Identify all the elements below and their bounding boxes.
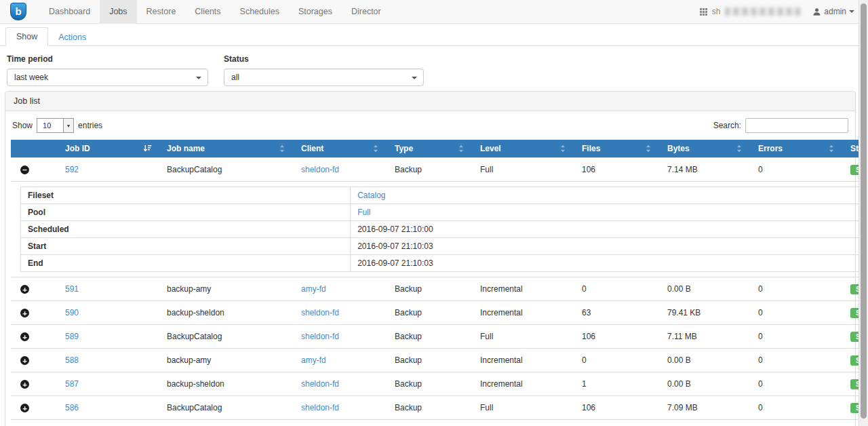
- table-row: +589BackupCatalogsheldon-fdBackupFull106…: [11, 325, 868, 349]
- job-name-cell: BackupCatalog: [157, 158, 292, 182]
- job-detail-table: FilesetCatalogPoolFullScheduled2016-09-0…: [20, 187, 868, 272]
- client-link[interactable]: sheldon-fd: [301, 308, 339, 317]
- detail-value-link[interactable]: Catalog: [357, 191, 385, 200]
- client-link[interactable]: sheldon-fd: [301, 379, 339, 389]
- level-cell: Incremental: [471, 420, 572, 426]
- nav-item-clients[interactable]: Clients: [185, 0, 230, 23]
- detail-value: Full: [351, 204, 868, 221]
- expander-cell: +: [11, 420, 56, 426]
- detail-row-fileset: FilesetCatalog: [21, 187, 868, 204]
- column-header-errors[interactable]: Errors: [749, 140, 841, 158]
- table-row: +586BackupCatalogsheldon-fdBackupFull106…: [11, 396, 868, 420]
- table-row: +585backup-amyamy-fdBackupIncremental00.…: [11, 420, 868, 426]
- main-menu: DashboardJobsRestoreClientsSchedulesStor…: [39, 0, 391, 23]
- client-cell: sheldon-fd: [292, 396, 385, 420]
- expand-row-icon[interactable]: +: [20, 309, 29, 317]
- nav-item-dashboard[interactable]: Dashboard: [39, 0, 100, 23]
- files-cell: 0: [572, 277, 658, 301]
- chevron-down-icon: ▼: [63, 119, 73, 132]
- level-cell: Full: [471, 325, 572, 349]
- search-label: Search:: [713, 121, 741, 130]
- client-cell: amy-fd: [292, 349, 385, 372]
- status-select[interactable]: all: [224, 69, 424, 86]
- job-id-cell: 588: [56, 349, 157, 372]
- page-length-select[interactable]: 10 ▼: [37, 118, 74, 133]
- column-header-job-name[interactable]: Job name: [157, 140, 292, 158]
- sort-both-icon: [735, 144, 743, 153]
- job-id-link[interactable]: 590: [65, 308, 79, 317]
- job-detail-cell: FilesetCatalogPoolFullScheduled2016-09-0…: [11, 182, 868, 277]
- column-header-type[interactable]: Type: [385, 140, 471, 158]
- baculum-logo-icon[interactable]: b: [10, 3, 26, 20]
- sort-both-icon: [559, 144, 567, 153]
- time-period-filter: Time period last week: [7, 54, 208, 86]
- bytes-cell: 7.09 MB: [658, 396, 749, 420]
- search-input[interactable]: [745, 118, 848, 133]
- client-link[interactable]: sheldon-fd: [301, 165, 339, 174]
- type-cell: Backup: [385, 349, 471, 372]
- column-header-client[interactable]: Client: [292, 140, 385, 158]
- client-link[interactable]: amy-fd: [301, 284, 326, 294]
- job-id-link[interactable]: 591: [65, 284, 79, 294]
- detail-row-end: End2016-09-07 21:10:03: [21, 255, 868, 272]
- column-label: Files: [582, 144, 600, 153]
- level-cell: Incremental: [471, 372, 572, 396]
- time-period-select[interactable]: last week: [7, 69, 208, 86]
- type-cell: Backup: [385, 325, 471, 349]
- expand-row-icon[interactable]: +: [20, 285, 29, 294]
- nav-item-restore[interactable]: Restore: [137, 0, 186, 23]
- detail-value-link[interactable]: Full: [357, 208, 370, 217]
- page-scrollbar[interactable]: [859, 0, 868, 426]
- nav-item-director[interactable]: Director: [342, 0, 391, 23]
- column-header-job-id[interactable]: Job ID: [56, 140, 157, 158]
- expand-row-icon[interactable]: +: [20, 356, 29, 365]
- collapse-row-icon[interactable]: −: [20, 166, 29, 174]
- column-header-bytes[interactable]: Bytes: [658, 140, 749, 158]
- job-id-link[interactable]: 586: [65, 403, 79, 412]
- files-cell: 0: [572, 420, 658, 426]
- time-period-label: Time period: [7, 54, 208, 64]
- client-cell: sheldon-fd: [292, 325, 385, 349]
- column-label: Level: [480, 144, 501, 153]
- client-cell: sheldon-fd: [292, 158, 385, 182]
- sort-both-icon: [372, 144, 380, 153]
- job-name-cell: backup-amy: [157, 277, 292, 301]
- tab-actions[interactable]: Actions: [48, 28, 96, 46]
- expand-row-icon[interactable]: +: [20, 380, 29, 389]
- nav-item-schedules[interactable]: Schedules: [231, 0, 289, 23]
- job-id-link[interactable]: 588: [65, 355, 79, 365]
- type-cell: Backup: [385, 158, 471, 182]
- host-name-prefix: sh: [712, 7, 721, 16]
- job-id-link[interactable]: 587: [65, 379, 79, 389]
- errors-cell: 0: [749, 396, 841, 420]
- nav-item-storages[interactable]: Storages: [289, 0, 342, 23]
- nav-item-jobs[interactable]: Jobs: [100, 0, 136, 23]
- apps-grid-icon[interactable]: [700, 8, 707, 16]
- job-table-body: −592BackupCatalogsheldon-fdBackupFull106…: [11, 158, 868, 426]
- client-link[interactable]: sheldon-fd: [301, 403, 339, 412]
- tab-show[interactable]: Show: [5, 27, 48, 46]
- job-table: Job IDJob nameClientTypeLevelFilesBytesE…: [11, 140, 868, 426]
- column-header-level[interactable]: Level: [471, 140, 572, 158]
- user-menu[interactable]: admin: [812, 7, 854, 16]
- expand-row-icon[interactable]: +: [20, 404, 29, 412]
- scrollbar-thumb[interactable]: [861, 3, 867, 419]
- job-id-link[interactable]: 589: [65, 332, 79, 341]
- chevron-down-icon: [412, 77, 417, 79]
- job-id-cell: 585: [56, 420, 157, 426]
- column-label: Job name: [167, 144, 205, 153]
- job-id-link[interactable]: 592: [65, 165, 79, 174]
- client-link[interactable]: sheldon-fd: [301, 332, 339, 341]
- column-header-files[interactable]: Files: [572, 140, 658, 158]
- job-name-cell: backup-sheldon: [157, 372, 292, 396]
- expand-row-icon[interactable]: +: [20, 332, 29, 341]
- redacted-hostname: [725, 7, 801, 16]
- chevron-down-icon: [849, 10, 854, 13]
- sort-both-icon: [827, 144, 835, 153]
- table-row: +591backup-amyamy-fdBackupIncremental00.…: [11, 277, 868, 301]
- type-cell: Backup: [385, 301, 471, 325]
- detail-label: Pool: [21, 204, 351, 221]
- job-name-cell: backup-amy: [157, 349, 292, 372]
- client-link[interactable]: amy-fd: [301, 355, 326, 365]
- detail-row-pool: PoolFull: [21, 204, 868, 221]
